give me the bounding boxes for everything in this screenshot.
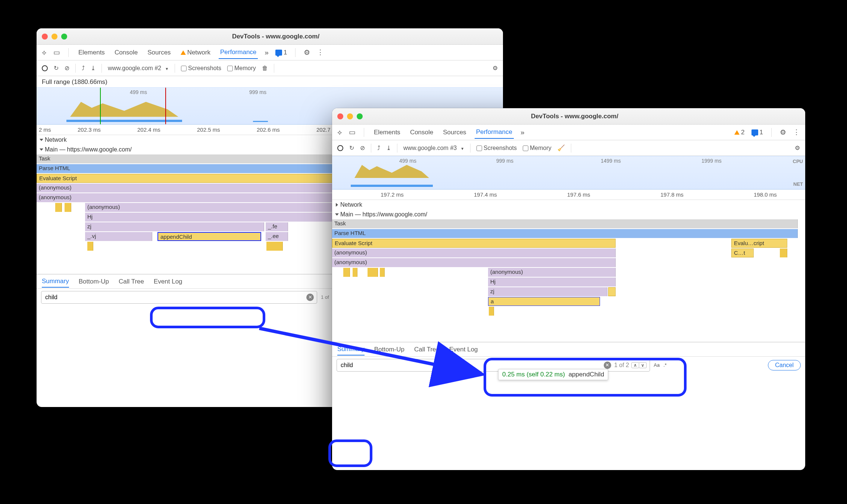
arrow-annotation (0, 0, 847, 504)
svg-line-1 (259, 328, 476, 373)
